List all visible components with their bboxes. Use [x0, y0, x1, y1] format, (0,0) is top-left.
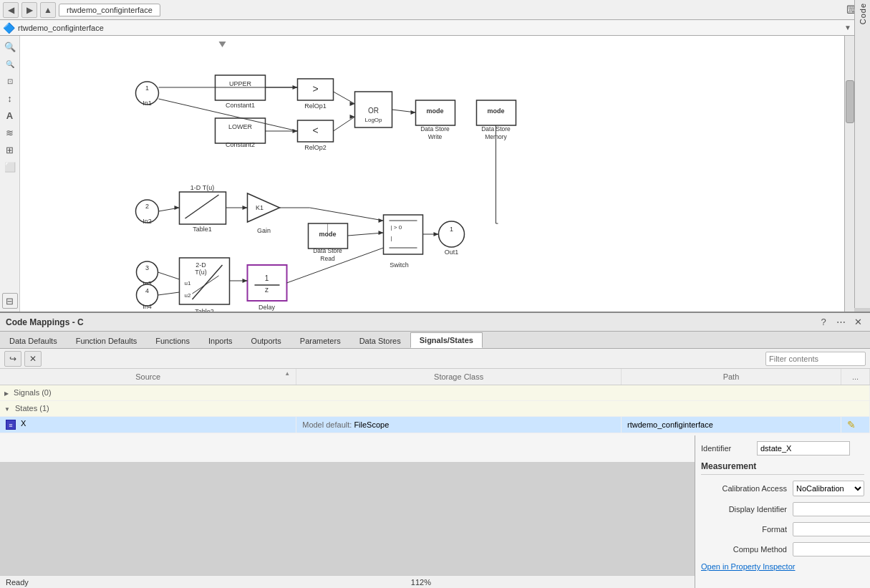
model-title: rtwdemo_configinterface	[18, 24, 844, 32]
tab-function-defaults[interactable]: Function Defaults	[67, 332, 147, 348]
state-x-storage: Model default: FileScope	[296, 416, 622, 433]
svg-text:Write: Write	[428, 133, 443, 140]
fit-button[interactable]: ⊡	[2, 73, 18, 89]
svg-text:>: >	[312, 83, 318, 95]
model-default-label: Model default:	[302, 420, 354, 429]
identifier-row: Identifier	[701, 441, 864, 456]
svg-text:1: 1	[145, 85, 149, 92]
top-toolbar: ◀ ▶ ▲ rtwdemo_configinterface ⌨	[0, 0, 870, 20]
close-button[interactable]: ✕	[851, 316, 864, 329]
tab-inports[interactable]: Inports	[199, 332, 242, 348]
svg-text:Table1: Table1	[193, 226, 212, 233]
display-identifier-input[interactable]	[793, 502, 870, 516]
file-scope-label: FileScope	[354, 420, 389, 429]
scroll-button[interactable]: ↕	[2, 90, 18, 106]
svg-text:4: 4	[145, 287, 149, 294]
tab-parameters[interactable]: Parameters	[291, 332, 350, 348]
svg-rect-37	[180, 192, 226, 224]
zoom-out-button[interactable]: 🔍	[2, 56, 18, 72]
states-collapse-icon[interactable]: ▼	[4, 406, 10, 413]
svg-text:Data Store: Data Store	[420, 125, 450, 132]
property-inspector-link[interactable]: Open in Property Inspector	[701, 562, 795, 571]
remove-button[interactable]: ✕	[24, 351, 42, 367]
svg-text:Out1: Out1	[445, 249, 459, 256]
tab-outports[interactable]: Outports	[242, 332, 291, 348]
open-property-inspector-link[interactable]: Open in Property Inspector	[701, 562, 864, 571]
settings-button[interactable]: ⋯	[834, 316, 847, 329]
text-button[interactable]: A	[2, 107, 18, 123]
states-group-row: ▼ States (1)	[0, 400, 870, 416]
svg-text:UPPER: UPPER	[229, 80, 252, 87]
zoom-in-button[interactable]: 🔍	[2, 39, 18, 54]
scrollbar-thumb[interactable]	[846, 80, 854, 123]
svg-text:mode: mode	[487, 107, 504, 115]
tab-functions[interactable]: Functions	[146, 332, 199, 348]
svg-text:In2: In2	[142, 218, 152, 225]
svg-text:z: z	[265, 286, 269, 294]
status-ready: Ready	[6, 578, 29, 587]
connect-button[interactable]: ⊞	[2, 142, 18, 158]
resize-handle[interactable]: ⊟	[2, 293, 18, 309]
forward-button[interactable]: ▶	[21, 2, 37, 18]
svg-text:LOWER: LOWER	[228, 123, 253, 130]
svg-text:In4: In4	[142, 303, 152, 310]
svg-text:In1: In1	[142, 100, 152, 107]
svg-text:|: |	[391, 235, 392, 241]
state-x-source: ≡ X	[0, 416, 296, 433]
calibration-access-select[interactable]: NoCalibration	[793, 481, 864, 496]
state-x-name: X	[21, 419, 26, 428]
compu-method-input[interactable]	[793, 542, 870, 556]
add-button[interactable]: ↪	[4, 351, 21, 367]
svg-rect-80	[248, 265, 287, 301]
tab-signals-states[interactable]: Signals/States	[410, 332, 483, 348]
svg-text:Gain: Gain	[257, 227, 271, 234]
tab-data-stores[interactable]: Data Stores	[350, 332, 410, 348]
edit-icon[interactable]: ✎	[847, 419, 856, 430]
svg-text:Delay: Delay	[258, 304, 276, 311]
display-identifier-label: Display Identifier	[701, 505, 787, 514]
mappings-title: Code Mappings - C	[6, 317, 817, 327]
svg-text:OR: OR	[368, 107, 379, 115]
svg-text:T(u): T(u)	[195, 269, 207, 276]
calibration-access-row: Calibration Access NoCalibration	[701, 481, 864, 496]
help-button[interactable]: ?	[817, 316, 830, 329]
select-button[interactable]: ⬜	[2, 159, 18, 175]
filter-input[interactable]	[765, 352, 866, 366]
calibration-access-label: Calibration Access	[701, 484, 787, 493]
grid-button[interactable]: ≋	[2, 125, 18, 140]
measurement-section: Measurement	[701, 461, 864, 475]
signals-collapse-icon[interactable]: ▶	[4, 390, 9, 397]
col-storage-class: Storage Class	[296, 369, 622, 385]
col-extra: ...	[841, 369, 869, 385]
state-icon: ≡	[6, 420, 16, 430]
canvas-scrollbar[interactable]	[844, 36, 854, 312]
format-input[interactable]	[793, 522, 870, 536]
svg-text:Constant1: Constant1	[226, 102, 255, 109]
tab-data-defaults[interactable]: Data Defaults	[0, 332, 67, 348]
state-x-path: rtwdemo_configinterface	[621, 416, 841, 433]
state-x-row[interactable]: ≡ X Model default: FileScope rtwdemo_con…	[0, 416, 870, 433]
svg-text:1: 1	[450, 226, 453, 233]
code-label: Code	[859, 3, 867, 24]
mappings-icons: ? ⋯ ✕	[817, 316, 864, 329]
format-label: Format	[701, 525, 787, 534]
svg-text:u1: u1	[185, 280, 191, 286]
svg-text:RelOp2: RelOp2	[304, 144, 327, 151]
svg-text:| > 0: | > 0	[391, 224, 402, 231]
tabs-bar: Data Defaults Function Defaults Function…	[0, 332, 870, 349]
up-button[interactable]: ▲	[40, 2, 56, 18]
simulink-diagram: 1 In1 UPPER Constant1 LOWER Constant2 > …	[20, 36, 854, 312]
state-x-edit[interactable]: ✎	[841, 416, 869, 433]
svg-text:2: 2	[145, 203, 149, 210]
svg-text:Data Store: Data Store	[313, 247, 342, 254]
svg-text:Constant2: Constant2	[226, 141, 255, 148]
identifier-input[interactable]	[757, 441, 850, 456]
compu-method-row: Compu Method	[701, 542, 864, 556]
mappings-header: Code Mappings - C ? ⋯ ✕	[0, 313, 870, 332]
svg-text:2-D: 2-D	[195, 261, 206, 269]
sort-indicator[interactable]: ▲	[284, 370, 290, 377]
back-button[interactable]: ◀	[3, 2, 19, 18]
model-dropdown[interactable]: ▼	[844, 24, 851, 32]
model-title-tab[interactable]: rtwdemo_configinterface	[59, 4, 160, 16]
svg-text:K1: K1	[256, 204, 264, 211]
